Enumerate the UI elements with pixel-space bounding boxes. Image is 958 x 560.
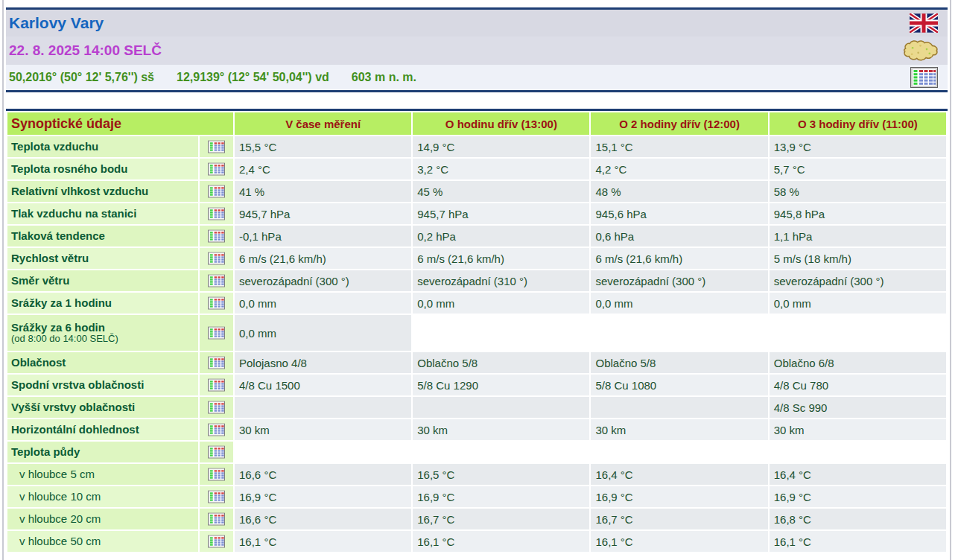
altitude: 603 m n. m. [352, 71, 416, 83]
coordinates-row: 50,2016° (50° 12' 5,76'') sš12,9139° (12… [6, 65, 948, 90]
table-row: Teplota vzduchu 15,5 °C 14,9 °C 15,1 °C … [7, 136, 946, 157]
mini-table-icon[interactable] [208, 378, 225, 391]
cell-value: Oblačno 5/8 [591, 352, 767, 373]
cell-empty [591, 442, 767, 462]
cell-value: 41 % [235, 181, 411, 202]
mini-table-icon[interactable] [208, 535, 225, 547]
cell-value: severozápadní (300 °) [770, 270, 946, 291]
mini-table-icon[interactable] [208, 229, 225, 242]
cell-value: 0,6 hPa [591, 226, 767, 246]
cell-value: 5/8 Cu 1080 [591, 375, 767, 395]
cell-value: 16,4 °C [770, 464, 946, 485]
cell-value: 16,5 °C [413, 464, 589, 485]
mini-table-icon[interactable] [208, 162, 225, 175]
measurement-datetime: 22. 8. 2025 14:00 SELČ [9, 42, 162, 59]
mini-table-icon[interactable] [208, 468, 225, 480]
cell-empty [770, 442, 946, 462]
mini-table-icon[interactable] [208, 207, 225, 220]
cell-value: 0,0 mm [770, 293, 946, 314]
cell-empty [591, 315, 767, 351]
column-header-1h: O hodinu dřív (13:00) [413, 112, 589, 135]
cell-value: 0,2 hPa [413, 226, 589, 246]
column-header-3h: O 3 hodiny dřív (11:00) [770, 112, 946, 135]
cell-value: 16,7 °C [413, 509, 589, 529]
latitude: 50,2016° (50° 12' 5,76'') sš [9, 71, 154, 83]
table-title: Synoptické údaje [7, 112, 233, 135]
row-label: Srážky za 1 hodinu [7, 293, 198, 314]
cell-value: 6 m/s (21,6 km/h) [235, 248, 411, 269]
cell-value: 30 km [235, 419, 411, 440]
row-label: Teplota půdy [7, 442, 198, 462]
row-label: v hloubce 5 cm [7, 464, 198, 485]
mini-table-icon[interactable] [208, 490, 225, 503]
mini-table-icon[interactable] [208, 445, 225, 458]
row-label: Teplota vzduchu [7, 136, 198, 157]
cell-value: 6 m/s (21,6 km/h) [413, 248, 589, 269]
cell-value: 15,1 °C [591, 136, 767, 157]
datetime-row: 22. 8. 2025 14:00 SELČ [6, 36, 948, 65]
cell-value: 16,9 °C [591, 486, 767, 507]
cell-value: severozápadní (310 °) [413, 270, 589, 291]
uk-flag-icon[interactable] [910, 13, 938, 33]
mini-table-icon[interactable] [208, 274, 225, 287]
cell-empty [413, 442, 589, 462]
cell-value: 945,6 hPa [591, 203, 767, 224]
cell-value: 14,9 °C [413, 136, 589, 157]
mini-table-icon[interactable] [208, 423, 225, 436]
cell-value: 6 m/s (21,6 km/h) [591, 248, 767, 269]
mini-table-icon[interactable] [208, 252, 225, 264]
cell-value: 16,9 °C [235, 486, 411, 507]
mini-table-icon[interactable] [208, 401, 225, 413]
mini-table-icon[interactable] [208, 326, 225, 339]
cell-value: 945,7 hPa [235, 203, 411, 224]
cell-value: 16,7 °C [591, 509, 767, 529]
station-coordinates: 50,2016° (50° 12' 5,76'') sš12,9139° (12… [9, 71, 416, 84]
cell-value: 15,5 °C [235, 136, 411, 157]
cell-value: Oblačno 6/8 [770, 352, 946, 373]
table-row: Směr větru severozápadní (300 °) severoz… [7, 270, 946, 291]
cell-value: 30 km [770, 419, 946, 440]
cell-value: 30 km [591, 419, 767, 440]
cell-value: 2,4 °C [235, 159, 411, 179]
cell-value: 16,1 °C [770, 531, 946, 552]
row-label: Horizontální dohlednost [7, 419, 198, 440]
column-header-2h: O 2 hodiny dřív (12:00) [591, 112, 767, 135]
synoptic-table: Synoptické údaje V čase měření O hodinu … [6, 111, 948, 553]
cell-value: 48 % [591, 181, 767, 202]
table-row: Relativní vlhkost vzduchu 41 % 45 % 48 %… [7, 181, 946, 202]
row-label: Vyšší vrstvy oblačnosti [7, 397, 198, 418]
cell-value: 0,0 mm [413, 293, 589, 314]
mini-table-icon[interactable] [208, 185, 225, 197]
longitude: 12,9139° (12° 54' 50,04'') vd [177, 71, 329, 83]
cell-value: 4,2 °C [591, 159, 767, 179]
mini-table-icon[interactable] [208, 140, 225, 153]
cell-empty [235, 442, 411, 462]
row-label: Oblačnost [7, 352, 198, 373]
mini-table-icon[interactable] [208, 356, 225, 369]
cell-value: 4/8 Sc 990 [770, 397, 946, 418]
cell-value: 58 % [770, 181, 946, 202]
cell-value [413, 397, 589, 418]
table-row: Tlak vzduchu na stanici 945,7 hPa 945,7 … [7, 203, 946, 224]
table-row: v hloubce 20 cm 16,6 °C 16,7 °C 16,7 °C … [7, 509, 946, 529]
mini-table-icon[interactable] [208, 512, 225, 525]
cell-value: 4/8 Cu 1500 [235, 375, 411, 395]
table-row: Vyšší vrstvy oblačnosti 4/8 Sc 990 [7, 397, 946, 418]
row-label: Rychlost větru [7, 248, 198, 269]
cell-value: 16,1 °C [591, 531, 767, 552]
cell-value: severozápadní (300 °) [591, 270, 767, 291]
page-frame: Karlovy Vary 22. 8. 2025 14:00 SELČ [2, 0, 951, 560]
table-row: Tlaková tendence -0,1 hPa 0,2 hPa 0,6 hP… [7, 226, 946, 246]
row-label: v hloubce 50 cm [7, 531, 198, 552]
table-row: Rychlost větru 6 m/s (21,6 km/h) 6 m/s (… [7, 248, 946, 269]
station-header: Karlovy Vary 22. 8. 2025 14:00 SELČ [6, 7, 948, 92]
table-data-icon[interactable] [910, 67, 938, 88]
row-label: Relativní vlhkost vzduchu [7, 181, 198, 202]
cell-value: 16,1 °C [413, 531, 589, 552]
cell-value: 30 km [413, 419, 589, 440]
page-title: Karlovy Vary [9, 14, 104, 32]
mini-table-icon[interactable] [208, 296, 225, 309]
cell-value: 1,1 hPa [770, 226, 946, 246]
station-title-row: Karlovy Vary [6, 10, 948, 36]
czech-map-icon[interactable] [901, 37, 940, 64]
